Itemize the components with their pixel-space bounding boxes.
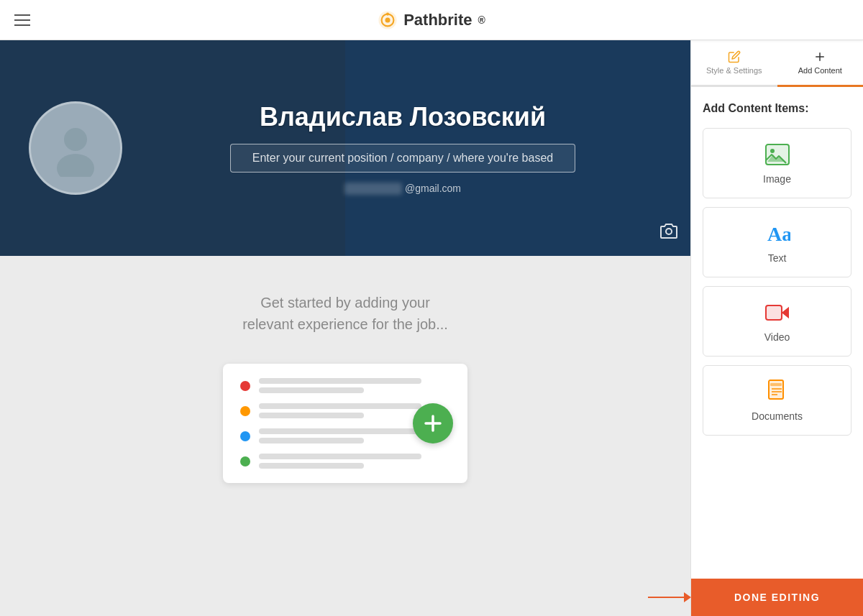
tab-style-label: Style & Settings (706, 66, 762, 75)
image-label: Image (763, 173, 791, 185)
illus-dot-4 (240, 456, 250, 466)
done-editing-label: DONE EDITING (734, 592, 820, 603)
svg-point-3 (386, 12, 389, 15)
svg-point-5 (57, 154, 94, 177)
illus-row-4 (240, 454, 450, 469)
right-panel: Style & Settings Add Content Add Content… (690, 40, 863, 616)
illus-dot-3 (240, 431, 250, 441)
tab-style-settings[interactable]: Style & Settings (691, 40, 777, 87)
content-area: Владислав Лозовский Enter your current p… (0, 40, 690, 616)
image-icon (764, 142, 790, 167)
hamburger-menu[interactable] (14, 14, 30, 26)
arrow-head (684, 592, 691, 602)
tab-add-label: Add Content (798, 66, 842, 75)
illus-row-1 (240, 378, 450, 393)
camera-icon (659, 221, 679, 242)
text-label: Text (768, 252, 787, 264)
arrow-indicator (648, 592, 691, 602)
video-label: Video (764, 331, 790, 343)
profile-info: Владислав Лозовский Enter your current p… (144, 102, 662, 195)
documents-label: Documents (752, 410, 803, 422)
svg-point-10 (770, 149, 775, 153)
illus-dot-2 (240, 406, 250, 416)
add-plus-button[interactable] (413, 403, 453, 443)
plus-icon (423, 413, 443, 433)
panel-body: Add Content Items: Image Aa Text (691, 87, 863, 579)
panel-tabs: Style & Settings Add Content (691, 40, 863, 87)
video-icon (764, 300, 790, 326)
done-editing-button[interactable]: DONE EDITING (691, 579, 863, 616)
top-nav: Pathbrite® (0, 0, 863, 40)
tab-add-content[interactable]: Add Content (777, 40, 864, 87)
content-item-documents[interactable]: Documents (703, 365, 851, 436)
profile-content: Владислав Лозовский Enter your current p… (0, 40, 690, 256)
svg-text:Aa: Aa (767, 223, 790, 245)
profile-header: Владислав Лозовский Enter your current p… (0, 40, 690, 256)
get-started-text: Get started by adding yourrelevant exper… (242, 292, 448, 335)
email-area: emailxxx @gmail.com (144, 183, 662, 195)
text-icon: Aa (764, 221, 790, 247)
arrow-line (648, 597, 684, 598)
svg-rect-12 (766, 305, 782, 320)
illus-dot-1 (240, 381, 250, 391)
svg-rect-18 (770, 383, 782, 386)
camera-icon-button[interactable] (659, 221, 679, 244)
svg-point-2 (385, 17, 391, 22)
avatar-person-icon (47, 119, 104, 177)
add-content-items-title: Add Content Items: (703, 101, 851, 116)
edit-pencil-icon (728, 50, 741, 63)
documents-icon (764, 379, 790, 405)
svg-marker-15 (782, 307, 789, 318)
illustration-card (223, 364, 467, 483)
body-content: Get started by adding yourrelevant exper… (0, 256, 690, 616)
logo-registered: ® (478, 14, 485, 26)
plus-circle-icon (813, 50, 826, 63)
pathbrite-logo-icon (378, 10, 398, 30)
content-item-text[interactable]: Aa Text (703, 207, 851, 277)
avatar[interactable] (29, 101, 122, 195)
profile-name: Владислав Лозовский (144, 102, 662, 132)
content-item-video[interactable]: Video (703, 286, 851, 357)
email-suffix: @gmail.com (405, 183, 461, 194)
logo-text: Pathbrite (403, 11, 472, 29)
content-item-image[interactable]: Image (703, 128, 851, 198)
email-blurred-part: emailxxx (344, 183, 402, 195)
main-layout: Владислав Лозовский Enter your current p… (0, 40, 863, 616)
position-input[interactable]: Enter your current position / company / … (230, 144, 575, 173)
svg-rect-16 (769, 380, 783, 399)
logo-area: Pathbrite® (378, 10, 485, 30)
svg-point-4 (64, 128, 87, 151)
